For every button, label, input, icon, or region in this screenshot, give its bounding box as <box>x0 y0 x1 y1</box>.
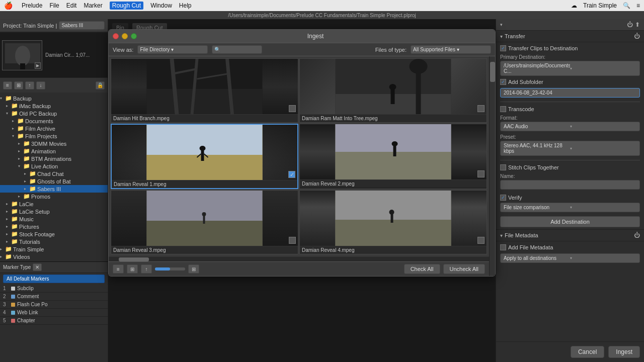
format-dropdown[interactable]: AAC Audio ▾ <box>500 122 640 131</box>
tree-arrow[interactable] <box>0 254 5 259</box>
tree-item-btm-animations[interactable]: 📁BTM Animations <box>0 155 108 162</box>
add-destination-btn[interactable]: Add Destination <box>500 216 640 227</box>
tree-item-train-simple[interactable]: 📁Train Simple <box>0 245 108 253</box>
preview-thumbnail[interactable]: ▶ <box>2 40 42 70</box>
menu-marker[interactable]: Marker <box>84 2 102 9</box>
tree-item-documents[interactable]: 📁Documents <box>0 117 108 125</box>
view-dropdown[interactable]: File Directory ▾ <box>137 45 208 54</box>
tree-item-animation[interactable]: 📁Animation <box>0 147 108 155</box>
tree-arrow[interactable] <box>18 164 23 168</box>
thumb-checkbox-3[interactable] <box>477 170 485 177</box>
files-type-dropdown[interactable]: All Supported Files ▾ <box>411 45 491 54</box>
lock-btn[interactable]: 🔒 <box>96 81 105 89</box>
tree-arrow[interactable] <box>0 247 5 251</box>
tree-arrow[interactable] <box>12 134 17 138</box>
add-subfolder-checkbox[interactable] <box>500 79 506 85</box>
thumbnail-item-0[interactable]: Damian Hit Branch.mpeg <box>111 58 298 123</box>
creative-cloud-icon[interactable]: ☁ <box>571 2 577 9</box>
collapse-btn[interactable]: ↓ <box>36 81 45 89</box>
tree-arrow[interactable] <box>18 156 23 161</box>
thumb-checkbox-5[interactable] <box>477 237 485 244</box>
ingest-button[interactable]: Ingest <box>608 346 640 358</box>
tree-item-promos[interactable]: 📁Promos <box>0 193 108 200</box>
thumb-checkbox-1[interactable] <box>477 105 485 112</box>
tree-arrow[interactable] <box>6 232 11 236</box>
thumb-checkbox-2[interactable]: ✓ <box>288 171 295 178</box>
expand-btn[interactable]: ↑ <box>25 81 34 89</box>
menu-roughcut[interactable]: Rough Cut <box>110 2 143 10</box>
thumbnail-item-5[interactable]: Damian Reveal 4.mpeg <box>299 190 487 254</box>
tree-arrow[interactable] <box>24 187 29 191</box>
tree-item-3dmm-movies[interactable]: 📁3DMM Movies <box>0 140 108 147</box>
tree-arrow[interactable] <box>6 111 11 116</box>
tree-item-stock-footage[interactable]: 📁Stock Footage <box>0 230 108 238</box>
list-view-btn[interactable]: ≡ <box>3 81 12 89</box>
tree-arrow[interactable] <box>6 209 11 214</box>
tree-arrow[interactable] <box>24 179 29 184</box>
add-file-metadata-checkbox[interactable] <box>500 244 506 250</box>
menu-file[interactable]: File <box>49 2 59 9</box>
tree-item-lacie-setup[interactable]: 📁LaCie Setup <box>0 208 108 215</box>
close-button[interactable] <box>113 33 119 39</box>
transfer-triangle[interactable] <box>500 34 503 39</box>
zoom-slider[interactable] <box>155 267 185 270</box>
minimize-button[interactable] <box>122 33 128 39</box>
tree-item-film-archive[interactable]: 📁Film Archive <box>0 125 108 132</box>
grid-view-btn[interactable]: ⊞ <box>14 81 23 89</box>
tree-item-old-pc-backup[interactable]: 📁Old PC Backup <box>0 110 108 117</box>
menu-edit[interactable]: Edit <box>66 2 77 9</box>
primary-dest-dropdown[interactable]: /Users/trainsimple/Documents/Prelude C..… <box>500 61 640 76</box>
transfer-clips-checkbox[interactable] <box>500 45 506 51</box>
tree-arrow[interactable] <box>18 141 23 146</box>
tree-arrow[interactable] <box>6 104 11 108</box>
menu-window[interactable]: Window <box>150 2 172 9</box>
thumbnail-item-3[interactable]: Damian Reveal 2.mpeg <box>299 124 487 189</box>
menu-prelude[interactable]: Prelude <box>22 2 42 9</box>
tree-item-pictures[interactable]: 📁Pictures <box>0 223 108 230</box>
tree-item-backup[interactable]: 📁Backup <box>0 95 108 102</box>
stitch-checkbox[interactable] <box>500 164 506 170</box>
up-arrow-btn[interactable]: ↑ <box>141 264 152 274</box>
tree-item-imac-backup[interactable]: 📁iMac Backup <box>0 102 108 110</box>
file-metadata-power[interactable]: ⏻ <box>634 232 640 239</box>
tree-arrow[interactable] <box>12 126 17 131</box>
file-metadata-triangle[interactable] <box>500 233 503 238</box>
tree-arrow[interactable] <box>18 149 23 153</box>
verify-checkbox[interactable] <box>500 195 506 201</box>
thumbnail-item-1[interactable]: Damian Ram Matt Into Tree.mpeg <box>299 58 487 123</box>
list-icon[interactable]: ≡ <box>636 2 640 9</box>
right-panel-power[interactable]: ⏻ <box>627 21 633 28</box>
zoom-max-btn[interactable]: ⊞ <box>188 264 199 274</box>
search-input[interactable]: 🔍 <box>212 45 262 54</box>
thumb-checkbox-4[interactable] <box>289 237 296 244</box>
tree-arrow[interactable] <box>6 224 11 229</box>
marker-row-2[interactable]: 2 Comment <box>0 293 108 301</box>
scroll-thumb-vert[interactable] <box>490 62 495 82</box>
apple-menu[interactable]: 🍎 <box>4 2 13 10</box>
subfolder-input[interactable] <box>500 88 640 98</box>
vertical-scrollbar[interactable] <box>489 56 495 276</box>
marker-row-4[interactable]: 4 Web Link <box>0 309 108 317</box>
horizontal-scrollbar[interactable] <box>109 256 489 261</box>
tree-item-chad-chat[interactable]: 📁Chad Chat <box>0 170 108 177</box>
tree-item-music[interactable]: 📁Music <box>0 215 108 223</box>
preset-dropdown[interactable]: Stereo AAC, 44.1 kHz 128 kbps ▾ <box>500 141 640 156</box>
verify-dropdown[interactable]: File size comparison ▾ <box>500 203 640 212</box>
all-default-markers-btn[interactable]: All Default Markers <box>3 275 105 283</box>
thumbnail-item-4[interactable]: Damian Reveal 3.mpeg <box>111 190 298 254</box>
search-icon[interactable]: 🔍 <box>623 2 630 9</box>
cancel-button[interactable]: Cancel <box>571 346 604 358</box>
tree-item-videos[interactable]: 📁Videos <box>0 253 108 260</box>
tree-item-live-action[interactable]: 📁Live Action <box>0 162 108 170</box>
scroll-thumb-horiz[interactable] <box>119 257 149 261</box>
tree-item-film-projects[interactable]: 📁Film Projects <box>0 132 108 140</box>
marker-row-5[interactable]: 5 Chapter <box>0 317 108 325</box>
right-panel-expand[interactable]: ⬆ <box>635 21 640 28</box>
tree-arrow[interactable] <box>6 239 11 244</box>
tree-item-ghosts-of-bat[interactable]: 📁Ghosts of Bat <box>0 177 108 185</box>
tree-arrow[interactable] <box>12 119 17 123</box>
tree-arrow[interactable] <box>0 96 5 101</box>
transfer-power[interactable]: ⏻ <box>634 33 640 40</box>
uncheck-all-btn[interactable]: Uncheck All <box>443 264 485 274</box>
tree-item-tutorials[interactable]: 📁Tutorials <box>0 238 108 245</box>
